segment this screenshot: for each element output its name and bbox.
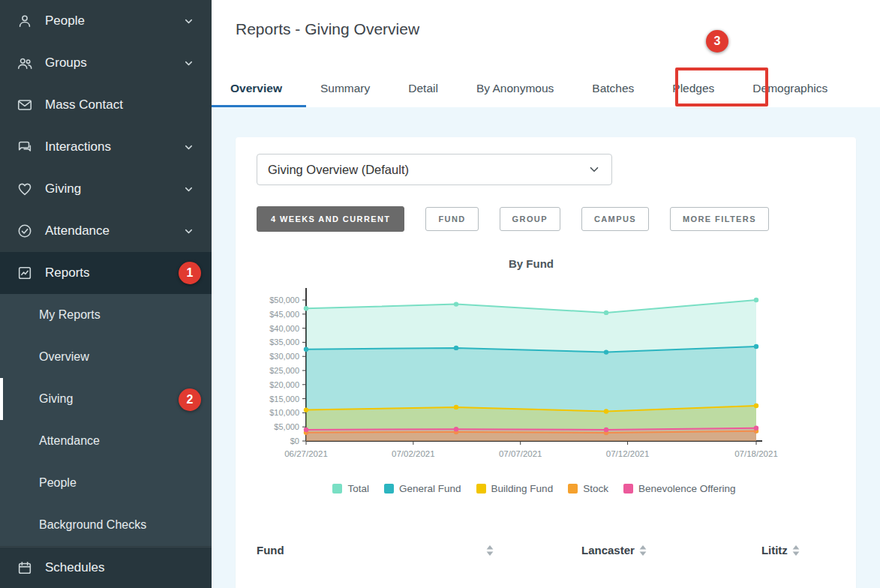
filter-fund-button[interactable]: Fund [425,207,478,231]
table-header-row: Fund Lancaster Lititz [257,544,835,556]
sidebar-item-label: Mass Contact [45,98,195,112]
svg-text:$35,000: $35,000 [269,338,299,346]
chevron-down-icon [183,183,195,195]
legend-swatch [332,484,342,494]
svg-text:$0: $0 [290,436,299,446]
annotation-box-pledges [675,68,768,106]
sidebar-item-mass-contact[interactable]: Mass Contact [0,84,212,126]
sidebar-subitem-label: Attendance [39,434,100,448]
filter-campus-button[interactable]: Campus [581,207,649,231]
svg-text:$5,000: $5,000 [274,422,299,431]
report-type-select[interactable]: Giving Overview (Default) [257,154,612,185]
sidebar: People Groups Mass Contact Interactions [0,0,212,588]
svg-text:$45,000: $45,000 [269,310,299,319]
chart-line-icon [17,265,33,281]
svg-text:$50,000: $50,000 [269,296,299,304]
filter-group-button[interactable]: Group [500,207,560,231]
legend-swatch [568,484,578,494]
sidebar-item-label: Reports [45,266,195,280]
legend-item-general-fund[interactable]: General Fund [384,483,461,494]
annotation-badge-3: 3 [706,30,728,52]
check-circle-icon [17,223,33,239]
legend-swatch [384,484,394,494]
tab-summary[interactable]: Summary [320,82,370,95]
chat-icon [17,139,33,155]
envelope-icon [17,97,33,113]
sidebar-subitem-background-checks[interactable]: Background Checks [0,504,212,546]
chart-title: By Fund [269,257,794,270]
svg-text:07/18/2021: 07/18/2021 [734,449,778,458]
sidebar-item-attendance[interactable]: Attendance [0,210,212,252]
filter-4-weeks-button[interactable]: 4 Weeks And Current [257,206,404,232]
header: Reports - Giving Overview Overview Summa… [212,0,880,107]
sidebar-subitem-attendance[interactable]: Attendance [0,420,212,462]
svg-text:$25,000: $25,000 [269,366,299,375]
tab-bar: Overview Summary Detail By Anonymous Bat… [212,70,880,107]
sidebar-subitem-label: Background Checks [39,518,146,532]
legend-item-benevolence-offering[interactable]: Benevolence Offering [623,483,736,494]
annotation-badge-2: 2 [179,388,201,411]
sidebar-item-schedules[interactable]: Schedules [0,547,212,588]
sort-icon [792,544,800,556]
legend-label: Benevolence Offering [638,483,736,494]
chevron-down-icon [587,163,601,176]
sidebar-item-label: Groups [45,56,177,70]
sidebar-subitem-label: My Reports [39,308,101,322]
sidebar-subitem-label: Giving [39,392,73,406]
legend-swatch [623,484,633,494]
column-header-lancaster[interactable]: Lancaster [581,544,647,556]
legend-item-stock[interactable]: Stock [568,483,608,494]
sidebar-item-interactions[interactable]: Interactions [0,126,212,168]
column-header-lititz[interactable]: Lititz [761,544,800,556]
person-icon [17,13,33,29]
page-title: Reports - Giving Overview [212,0,880,38]
sidebar-subitem-overview[interactable]: Overview [0,336,212,378]
tab-batches[interactable]: Batches [592,82,634,95]
heart-icon [17,181,33,197]
sidebar-item-giving[interactable]: Giving [0,168,212,210]
sort-icon [486,544,494,556]
column-label: Lititz [761,544,788,556]
sidebar-item-label: People [45,14,177,28]
select-value: Giving Overview (Default) [268,163,587,177]
svg-text:$20,000: $20,000 [269,380,299,389]
tab-by-anonymous[interactable]: By Anonymous [476,82,554,95]
legend-label: Building Fund [491,483,554,494]
legend-label: Stock [583,483,608,494]
legend-label: Total [347,483,369,494]
legend-swatch [476,484,486,494]
filter-more-filters-button[interactable]: More Filters [670,207,769,231]
report-content: Giving Overview (Default) 4 Weeks And Cu… [212,107,880,588]
svg-text:$10,000: $10,000 [269,408,299,417]
sidebar-subitem-label: People [39,476,77,490]
svg-text:$15,000: $15,000 [269,394,299,404]
annotation-badge-1: 1 [179,262,201,284]
legend-item-total[interactable]: Total [332,483,369,494]
sidebar-item-label: Attendance [45,224,177,238]
column-label: Lancaster [581,544,635,556]
tab-detail[interactable]: Detail [408,82,438,95]
svg-text:07/12/2021: 07/12/2021 [606,449,650,458]
calendar-icon [17,560,33,576]
chart-legend: Total General Fund Building Fund Stock B… [257,483,812,494]
sidebar-subitem-label: Overview [39,350,89,364]
tab-overview[interactable]: Overview [230,82,282,95]
sidebar-item-label: Interactions [45,140,177,154]
chevron-down-icon [183,225,195,237]
column-header-fund[interactable]: Fund [257,544,494,556]
reports-submenu: My Reports Overview Giving Attendance Pe… [0,294,212,546]
svg-text:07/07/2021: 07/07/2021 [499,449,542,458]
svg-text:07/02/2021: 07/02/2021 [392,449,435,458]
svg-text:$30,000: $30,000 [269,352,299,361]
legend-item-building-fund[interactable]: Building Fund [476,483,554,494]
sidebar-item-label: Giving [45,182,177,196]
sidebar-subitem-my-reports[interactable]: My Reports [0,294,212,336]
sidebar-subitem-people[interactable]: People [0,462,212,504]
fund-area-chart: $0$5,000$10,000$15,000$20,000$25,000$30,… [269,278,779,472]
sidebar-item-label: Schedules [45,560,195,575]
sort-icon [639,544,647,556]
sidebar-item-people[interactable]: People [0,0,212,42]
sidebar-item-groups[interactable]: Groups [0,42,212,84]
chevron-down-icon [183,15,195,27]
column-label: Fund [257,544,284,556]
